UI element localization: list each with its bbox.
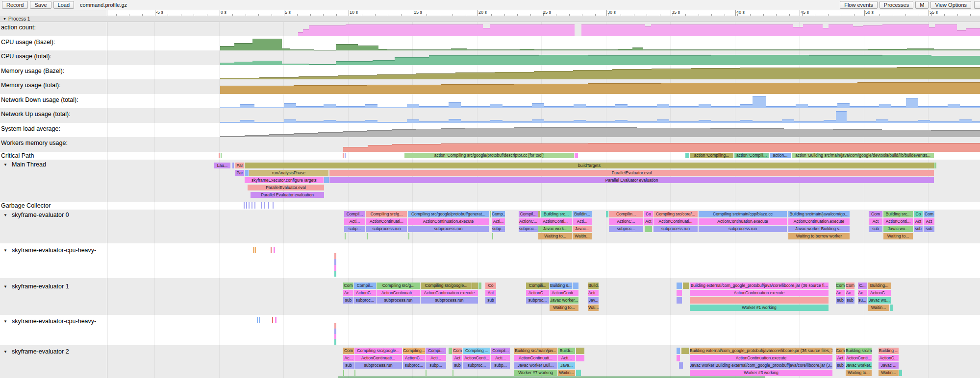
counter-chart-segment[interactable] <box>282 48 290 50</box>
trace-event-bar[interactable]: ActionConti... <box>846 355 872 361</box>
counter-chart-segment[interactable] <box>711 121 740 123</box>
counter-chart-segment[interactable] <box>833 129 882 137</box>
counter-chart-segment[interactable] <box>254 107 284 108</box>
trace-event-bar[interactable]: Co <box>485 283 496 289</box>
counter-chart-segment[interactable] <box>284 119 296 123</box>
counter-chart-segment[interactable] <box>346 24 483 36</box>
counter-chart-segment[interactable] <box>534 71 573 79</box>
process-header[interactable]: ▼ Process 1 <box>0 16 980 22</box>
counter-chart-segment[interactable] <box>429 55 539 65</box>
trace-event-bar[interactable] <box>245 170 249 176</box>
counter-chart-segment[interactable] <box>365 104 377 108</box>
counter-chart-segment[interactable] <box>298 32 303 36</box>
chevron-down-icon[interactable]: ▼ <box>3 284 7 289</box>
counter-chart-segment[interactable] <box>392 129 416 137</box>
counter-chart-segment[interactable] <box>759 83 857 94</box>
trace-event-bar[interactable]: Com <box>869 211 882 217</box>
trace-event-bar[interactable] <box>324 177 329 183</box>
counter-chart-segment[interactable] <box>652 69 691 79</box>
trace-event-bar[interactable]: Act <box>836 355 845 361</box>
counter-chart-segment[interactable] <box>669 121 699 123</box>
counter-chart-segment[interactable] <box>461 121 490 123</box>
counter-chart-segment[interactable] <box>863 25 882 36</box>
partial-button[interactable] <box>974 1 980 9</box>
trace-event-bar[interactable]: Building src... <box>883 211 913 217</box>
trace-event-bar[interactable]: subproc... <box>609 226 643 232</box>
trace-event-bar[interactable] <box>257 317 258 323</box>
trace-event-bar[interactable]: Worker #7 working <box>514 370 557 376</box>
trace-event-bar[interactable] <box>275 317 276 323</box>
trace-event-bar[interactable]: ActionContinuation.execute <box>408 218 489 225</box>
trace-event-bar[interactable] <box>449 348 452 354</box>
trace-event-bar[interactable]: Waitin... <box>573 233 592 239</box>
trace-event-bar[interactable]: Compil... <box>344 211 365 217</box>
trace-event-bar[interactable]: Wai... <box>588 305 599 311</box>
trace-event-bar[interactable] <box>575 153 578 158</box>
trace-event-bar[interactable]: Waitin... <box>558 370 575 376</box>
trace-event-bar[interactable]: action 'Compiling src/google/protobuf/de… <box>404 153 574 158</box>
counter-chart-segment[interactable] <box>416 73 455 79</box>
counter-chart-segment[interactable] <box>691 68 740 79</box>
trace-event-bar[interactable]: ActionContinuati... <box>653 218 698 225</box>
trace-event-bar[interactable]: ActionC... <box>354 290 376 296</box>
counter-chart-segment[interactable] <box>876 119 888 123</box>
counter-chart-segment[interactable] <box>669 106 699 108</box>
counter-chart-segment[interactable] <box>637 128 710 137</box>
counter-chart-segment[interactable] <box>803 24 823 36</box>
trace-event-bar[interactable]: Javac ... <box>879 362 899 369</box>
trace-event-bar[interactable] <box>249 202 250 209</box>
counter-chart-segment[interactable] <box>495 72 534 79</box>
counter-chart-segment[interactable] <box>324 104 336 108</box>
counter-chart-segment[interactable] <box>336 61 373 65</box>
trace-event-bar[interactable]: Par <box>235 170 244 176</box>
trace-event-bar[interactable]: Compi... <box>426 348 446 354</box>
trace-event-bar[interactable] <box>334 271 336 277</box>
trace-event-bar[interactable]: Waiting to borrow worker <box>788 233 850 239</box>
trace-event-bar[interactable]: Javac work... <box>538 226 572 232</box>
trace-event-bar[interactable] <box>690 297 829 304</box>
trace-event-bar[interactable]: sub <box>343 362 354 369</box>
trace-event-bar[interactable]: subproc... <box>519 226 538 232</box>
counter-chart-segment[interactable] <box>960 106 980 108</box>
counter-chart-segment[interactable] <box>303 29 309 36</box>
trace-event-bar[interactable] <box>253 247 254 253</box>
trace-event-bar[interactable] <box>268 202 269 209</box>
trace-event-bar[interactable]: Java... <box>558 362 575 369</box>
flow-events-button[interactable]: Flow events <box>840 1 878 9</box>
trace-event-bar[interactable]: Acti... <box>426 355 446 361</box>
trace-event-bar[interactable]: action 'Compili... <box>734 153 769 158</box>
trace-event-bar[interactable]: Javac worker... <box>550 297 578 304</box>
counter-chart-segment[interactable] <box>532 119 544 123</box>
counter-chart-segment[interactable] <box>245 135 269 137</box>
counter-chart-segment[interactable] <box>465 128 514 137</box>
trace-event-bar[interactable]: subprocess.run <box>366 226 407 232</box>
counter-chart-segment[interactable] <box>882 143 980 152</box>
counter-chart-segment[interactable] <box>588 83 661 94</box>
trace-event-bar[interactable]: ActionC... <box>868 290 891 296</box>
trace-event-bar[interactable]: ActionConti... <box>463 355 490 361</box>
trace-event-bar[interactable]: action 'Compiling... <box>690 153 733 158</box>
trace-event-bar[interactable] <box>345 153 346 158</box>
trace-event-bar[interactable] <box>343 370 344 376</box>
counter-chart-segment[interactable] <box>309 64 336 65</box>
counter-chart-segment[interactable] <box>853 26 863 36</box>
counter-chart-segment[interactable] <box>847 121 876 123</box>
counter-chart-segment[interactable] <box>836 111 847 123</box>
chevron-down-icon[interactable]: ▼ <box>3 248 7 253</box>
counter-chart-segment[interactable] <box>711 55 809 65</box>
counter-chart-segment[interactable] <box>563 127 637 137</box>
trace-event-bar[interactable] <box>490 211 491 217</box>
trace-event-bar[interactable] <box>890 305 893 311</box>
trace-event-bar[interactable]: Compiling src/google... <box>421 283 472 289</box>
trace-event-bar[interactable]: Co <box>914 211 923 217</box>
counter-chart-segment[interactable] <box>615 104 628 108</box>
counter-chart-segment[interactable] <box>338 75 377 79</box>
counter-chart-segment[interactable] <box>377 107 407 108</box>
counter-chart-segment[interactable] <box>818 68 897 79</box>
trace-event-bar[interactable]: subproc... <box>354 297 376 304</box>
counter-chart-segment[interactable] <box>959 119 972 123</box>
trace-event-bar[interactable] <box>576 348 584 354</box>
counter-chart-segment[interactable] <box>586 121 615 123</box>
counter-chart-segment[interactable] <box>740 104 753 108</box>
trace-event-bar[interactable]: Javac wo... <box>883 226 913 232</box>
